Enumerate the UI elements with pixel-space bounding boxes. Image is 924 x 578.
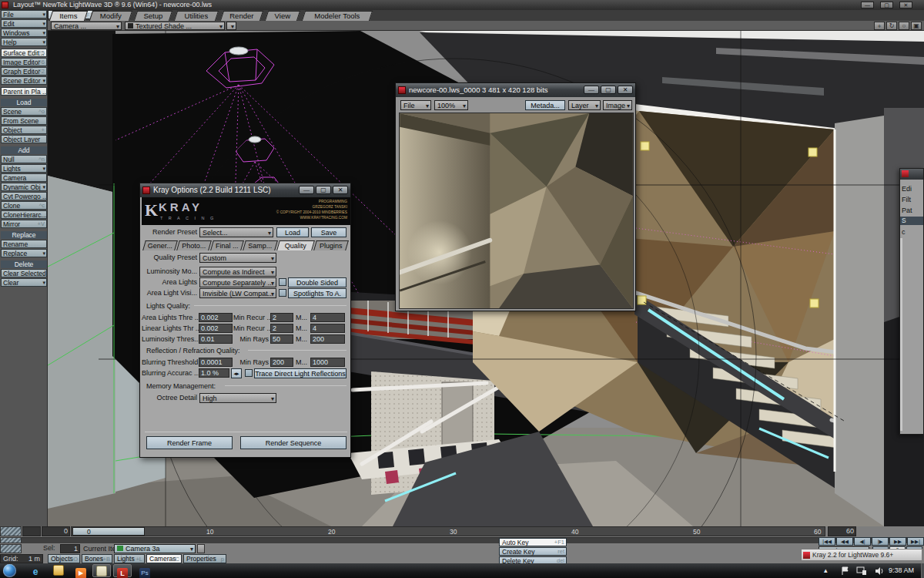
- clone-hierarchy-button[interactable]: CloneHierarc...: [1, 210, 47, 219]
- min-rays-field-1[interactable]: 50: [270, 334, 293, 344]
- sliver-scrollbar[interactable]: [900, 238, 902, 431]
- menu-edit[interactable]: Edit: [1, 19, 47, 28]
- viewport-rotate-icon[interactable]: ↻: [886, 22, 897, 30]
- end-frame-field[interactable]: 60: [828, 526, 856, 536]
- load-object-layer-button[interactable]: Object Layer: [1, 135, 47, 143]
- viewport-camera-select[interactable]: Camera ...: [51, 22, 122, 30]
- taskbar-photoshop-icon[interactable]: Ps: [136, 564, 154, 577]
- frame-slider-handle[interactable]: 0: [72, 527, 145, 536]
- viewer-zoom-select[interactable]: 100%: [434, 100, 468, 110]
- tray-network-icon[interactable]: [856, 566, 867, 576]
- kray-close-button[interactable]: ✕: [333, 186, 348, 194]
- viewer-layer-select[interactable]: Layer: [568, 100, 601, 110]
- load-object-button[interactable]: Object+: [1, 126, 47, 134]
- trace-direct-button[interactable]: Trace Direct Light Reflections: [254, 368, 346, 378]
- item-lock-button[interactable]: [197, 544, 205, 553]
- clone-button[interactable]: Clone^c: [1, 201, 47, 210]
- blurring-accuracy-field[interactable]: 1.0 %: [199, 368, 229, 378]
- tab-utilities[interactable]: Utilities: [174, 11, 219, 21]
- area-lights-threshold-field[interactable]: 0.002: [199, 313, 233, 322]
- render-frame-button[interactable]: Render Frame: [146, 436, 233, 449]
- viewer-close-button[interactable]: ✕: [618, 86, 633, 94]
- linear-lights-threshold-field[interactable]: 0.002: [199, 324, 233, 333]
- add-null-button[interactable]: Null^n: [1, 155, 47, 163]
- taskbar-media-player-icon[interactable]: ▶: [72, 564, 90, 577]
- image-viewer-titlebar[interactable]: newcore-00.lws_0000 3 481 x 420 128 bits…: [396, 83, 635, 97]
- viewport-shade-mode-select[interactable]: Textured Shade ...: [125, 22, 225, 30]
- luminosity-mode-select[interactable]: Compute as Indirect: [199, 267, 276, 277]
- spotlights-button[interactable]: Spotlights To A.: [288, 288, 346, 298]
- auto-key-button[interactable]: Auto Key+F1: [499, 538, 567, 546]
- sliver-row-filter[interactable]: Filt: [902, 195, 924, 204]
- taskbar-notes-icon[interactable]: [92, 564, 111, 577]
- taskbar-ie-icon[interactable]: e: [26, 564, 45, 577]
- kray-maximize-button[interactable]: ▢: [316, 186, 331, 194]
- kray-dialog-titlebar[interactable]: Kray Options (2.2 Build 1211 LSC) — ▢ ✕: [140, 183, 350, 197]
- tab-items[interactable]: Items: [49, 11, 88, 21]
- rename-button[interactable]: Rename: [1, 240, 47, 248]
- viewport-zoom-icon[interactable]: ○: [899, 22, 909, 30]
- bones-mode-button[interactable]: Bones+B: [82, 554, 112, 563]
- subtrack-button[interactable]: [0, 537, 22, 543]
- current-item-select[interactable]: Camera 3a: [114, 544, 196, 553]
- kray-minimize-button[interactable]: —: [299, 186, 314, 194]
- tray-expand-icon[interactable]: ▴: [824, 563, 828, 578]
- cameras-mode-button[interactable]: Cameras+C: [146, 554, 182, 563]
- preset-load-button[interactable]: Load: [276, 227, 309, 237]
- kray-tab-plugins[interactable]: Plugins: [313, 240, 349, 250]
- max-field-1[interactable]: 4: [310, 313, 345, 322]
- objects-mode-button[interactable]: Objects+O: [48, 554, 80, 563]
- octree-detail-select[interactable]: High: [199, 393, 276, 403]
- max-field-3[interactable]: 200: [310, 334, 345, 344]
- viewport-expand-icon[interactable]: ▣: [911, 22, 922, 30]
- taskbar-explorer-icon[interactable]: [49, 564, 68, 577]
- image-editor-button[interactable]: Image EditorF6: [1, 58, 47, 66]
- start-frame-field[interactable]: 0: [42, 526, 70, 536]
- surface-editor-button[interactable]: Surface Edit...F5: [1, 49, 47, 57]
- add-lights-button[interactable]: Lights: [1, 164, 47, 173]
- add-dynamic-obj-button[interactable]: Dynamic Obj: [1, 183, 47, 191]
- sel-row-button[interactable]: [0, 544, 22, 553]
- timeline-corner-button[interactable]: [0, 526, 22, 536]
- frame-ruler[interactable]: 10 20 30 40 50 60 0: [71, 526, 825, 536]
- sliver-row-edit[interactable]: Edi: [902, 184, 924, 193]
- kray-tab-final[interactable]: Final ...: [210, 240, 244, 250]
- tray-speaker-icon[interactable]: [875, 566, 884, 576]
- spotlights-checkbox[interactable]: [279, 289, 286, 297]
- properties-button[interactable]: Propertiesp: [183, 554, 226, 563]
- tab-view[interactable]: View: [265, 11, 300, 21]
- cvt-powergons-button[interactable]: Cvt Powergo ...: [1, 192, 47, 200]
- luminosity-threshold-field[interactable]: 0.01: [199, 334, 233, 344]
- parent-in-place-button[interactable]: Parent in Pla ...: [1, 87, 47, 96]
- minimize-button[interactable]: —: [861, 2, 874, 8]
- clear-selected-button[interactable]: Clear Selected-: [1, 269, 47, 277]
- viewport-pan-icon[interactable]: ＋: [874, 22, 885, 30]
- max-field-2[interactable]: 4: [310, 324, 345, 333]
- lights-mode-button[interactable]: Lights+L: [114, 554, 145, 563]
- menu-help[interactable]: Help: [1, 38, 47, 46]
- maximize-button[interactable]: ▢: [880, 2, 893, 8]
- taskbar-clock[interactable]: 9:38 AM: [889, 563, 914, 578]
- accuracy-stepper[interactable]: ◂▸: [231, 368, 242, 378]
- start-button[interactable]: [3, 564, 16, 577]
- min-recursion-field-1[interactable]: 2: [270, 313, 293, 322]
- close-button[interactable]: ✕: [899, 2, 912, 8]
- shade-options-arrow[interactable]: [226, 22, 236, 30]
- menu-windows[interactable]: Windows: [1, 29, 47, 37]
- quality-preset-select[interactable]: Custom: [199, 253, 276, 263]
- graph-editor-button[interactable]: Graph EditorF2: [1, 67, 47, 76]
- replace-button[interactable]: Replace: [1, 249, 47, 257]
- sliver-row-pattern[interactable]: Pat: [902, 206, 924, 215]
- scene-editor-button[interactable]: Scene Editor: [1, 76, 47, 85]
- load-scene-button[interactable]: Scene^o: [1, 107, 47, 116]
- tab-modify[interactable]: Modify: [89, 11, 132, 21]
- area-lights-select[interactable]: Compute Separately ...: [199, 277, 276, 287]
- kray-tab-photons[interactable]: Photo...: [176, 240, 212, 250]
- kray-tab-general[interactable]: Gener...: [142, 240, 178, 250]
- clear-button[interactable]: Clear: [1, 278, 47, 287]
- area-light-vis-select[interactable]: Invisible (LW Compat...: [199, 288, 276, 298]
- taskbar-lightwave-icon[interactable]: L: [113, 564, 132, 577]
- trace-direct-checkbox[interactable]: [245, 369, 253, 377]
- sliver-list-item[interactable]: c: [902, 227, 924, 237]
- kray-tab-sampling[interactable]: Samp...: [243, 240, 278, 250]
